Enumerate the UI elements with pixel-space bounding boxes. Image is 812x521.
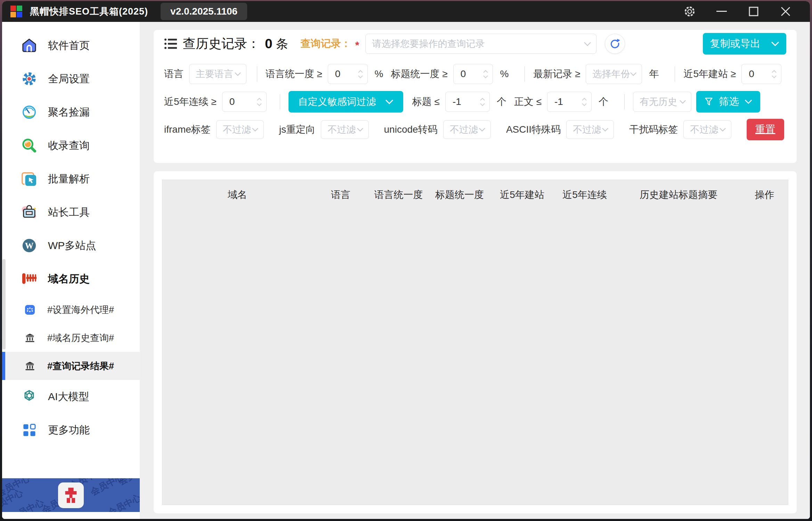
sensitive-words-filter-button[interactable]: 自定义敏感词过滤 <box>289 91 403 113</box>
sidebar-item-batch-parse[interactable]: 批量解析 <box>2 162 140 196</box>
divider <box>257 66 257 82</box>
refresh-button[interactable] <box>605 34 625 54</box>
js-redirect-filter-select[interactable]: 不过滤 <box>321 120 368 139</box>
recent5-build-input[interactable] <box>741 64 781 84</box>
domain-history-icon <box>21 271 38 287</box>
query-record-select[interactable]: 请选择您要操作的查询记录 <box>365 34 596 54</box>
sidebar-item-label: 站长工具 <box>48 205 90 220</box>
body-max-value[interactable] <box>554 96 576 107</box>
filter-button[interactable]: 筛选 <box>696 91 760 113</box>
recent5-cont-label: 近5年连续 ≥ <box>164 95 217 108</box>
recent5-build-value[interactable] <box>749 68 770 80</box>
minimize-button[interactable] <box>710 1 733 22</box>
recent5-cont-input[interactable] <box>222 92 267 112</box>
title-max-value[interactable] <box>453 96 474 107</box>
title-max-input[interactable] <box>445 92 490 112</box>
sidebar-item-domain-history-query[interactable]: #域名历史查询# <box>2 324 140 352</box>
body-max-input[interactable] <box>547 92 592 112</box>
version-tab[interactable]: v2.0.2025.1106 <box>161 3 247 20</box>
chevron-down-icon <box>479 127 486 132</box>
title-uniform-input[interactable] <box>453 64 493 84</box>
column-header-lang-uniform: 语言统一度 <box>369 188 428 201</box>
chevron-down-icon <box>252 127 259 132</box>
sidebar-item-jvming[interactable]: 聚名捡漏 <box>2 96 140 129</box>
unicode-filter-select[interactable]: 不过滤 <box>443 120 491 139</box>
column-header-recent5-cont: 近5年连续 <box>553 188 616 201</box>
latest-record-label: 最新记录 ≥ <box>533 67 580 81</box>
member-center-button[interactable] <box>58 482 84 508</box>
sidebar-item-wp-multisite[interactable]: W WP多站点 <box>2 229 140 262</box>
language-select[interactable]: 主要语言 <box>189 64 246 84</box>
refresh-icon <box>609 38 620 49</box>
member-watermark: 会员中心 <box>106 491 140 512</box>
number-stepper[interactable] <box>771 70 777 78</box>
app-title: 黑帽快排SEO工具箱(2025) <box>30 5 148 18</box>
ascii-filter-select[interactable]: 不过滤 <box>566 120 614 139</box>
settings-gear-button[interactable] <box>679 1 701 22</box>
copy-export-label: 复制或导出 <box>710 37 761 51</box>
number-stepper[interactable] <box>483 70 488 78</box>
sidebar-item-label: AI大模型 <box>48 390 89 404</box>
recent5-cont-value[interactable] <box>229 96 251 107</box>
sidebar-item-query-record-results[interactable]: #查询记录结果# <box>2 352 140 380</box>
record-count: 0 <box>265 36 273 51</box>
chevron-down-icon <box>602 127 609 132</box>
sidebar-item-index-query[interactable]: 收录查询 <box>2 129 140 162</box>
sidebar-item-global-settings[interactable]: 全局设置 <box>2 62 140 96</box>
percent-sign: % <box>375 68 383 80</box>
number-stepper[interactable] <box>582 98 587 106</box>
sidebar-item-overseas-proxy[interactable]: #设置海外代理# <box>2 296 140 324</box>
sidebar-item-webmaster-tools[interactable]: 站长工具 <box>2 196 140 229</box>
close-button[interactable] <box>774 1 797 22</box>
sidebar-item-label: 域名历史 <box>48 272 90 286</box>
number-stepper[interactable] <box>480 98 485 106</box>
chevron-down-icon <box>584 42 591 46</box>
iframe-label: iframe标签 <box>164 123 211 136</box>
chevron-down-icon <box>745 99 752 104</box>
results-table-panel: 域名 语言 语言统一度 标题统一度 近5年建站 近5年连续 历史建站标题摘要 操… <box>154 171 797 513</box>
svg-text:W: W <box>25 241 34 250</box>
chevron-down-icon <box>630 72 637 76</box>
required-mark: * <box>355 39 359 51</box>
noise-filter-select[interactable]: 不过滤 <box>683 120 731 139</box>
query-record-label: 查询记录： <box>301 37 351 51</box>
app-logo-icon <box>10 6 22 17</box>
gear-icon <box>683 5 696 18</box>
sidebar-item-label: 全局设置 <box>48 72 90 86</box>
maximize-icon <box>749 7 758 16</box>
number-stepper[interactable] <box>257 98 262 106</box>
column-header-domain: 域名 <box>162 188 312 201</box>
sidebar-item-domain-history[interactable]: 域名历史 <box>2 262 140 296</box>
chevron-down-icon <box>679 100 686 104</box>
member-watermark: 会员中心 <box>116 478 140 488</box>
sidebar-scrollbar-thumb[interactable] <box>2 259 6 349</box>
noise-label: 干扰码标签 <box>629 123 678 136</box>
sidebar-item-label: 更多功能 <box>48 423 90 437</box>
number-stepper[interactable] <box>358 70 363 78</box>
main-content: 查历史记录： 0 条 查询记录： * 请选择您要操作的查询记录 <box>140 22 810 519</box>
reset-button[interactable]: 重置 <box>747 119 785 140</box>
sidebar: 软件首页 全局设置 聚名捡漏 <box>2 22 140 519</box>
filter-row-1: 语言 主要语言 语言统一度 ≥ % 标题统 <box>162 62 788 86</box>
stepper-down-icon <box>358 75 363 78</box>
bank-icon <box>24 361 35 372</box>
sidebar-item-label: #设置海外代理# <box>47 304 114 316</box>
lang-uniform-input[interactable] <box>328 64 368 84</box>
member-center-banner[interactable]: 会员中心 会员中心 会员中心 会员中心 会员中心 会员中心 会员中心 会员中心 <box>2 478 140 512</box>
sidebar-item-home[interactable]: 软件首页 <box>2 29 140 62</box>
title-max-label: 标题 ≤ <box>412 95 440 108</box>
column-header-recent5-build: 近5年建站 <box>491 188 553 201</box>
sidebar-item-ai-model[interactable]: AI大模型 <box>2 380 140 413</box>
page-title: 查历史记录： <box>183 35 260 52</box>
maximize-button[interactable] <box>742 1 765 22</box>
stepper-up-icon <box>582 98 587 101</box>
history-select[interactable]: 有无历史 <box>633 92 691 112</box>
lang-uniform-value[interactable] <box>335 68 357 80</box>
sidebar-item-more-features[interactable]: 更多功能 <box>2 413 140 447</box>
iframe-filter-select[interactable]: 不过滤 <box>216 120 264 139</box>
stepper-down-icon <box>483 75 488 78</box>
title-uniform-value[interactable] <box>461 68 482 80</box>
year-select[interactable]: 选择年份 <box>586 64 642 84</box>
ascii-label: ASCII特殊码 <box>506 123 561 136</box>
copy-export-button[interactable]: 复制或导出 <box>703 33 786 55</box>
